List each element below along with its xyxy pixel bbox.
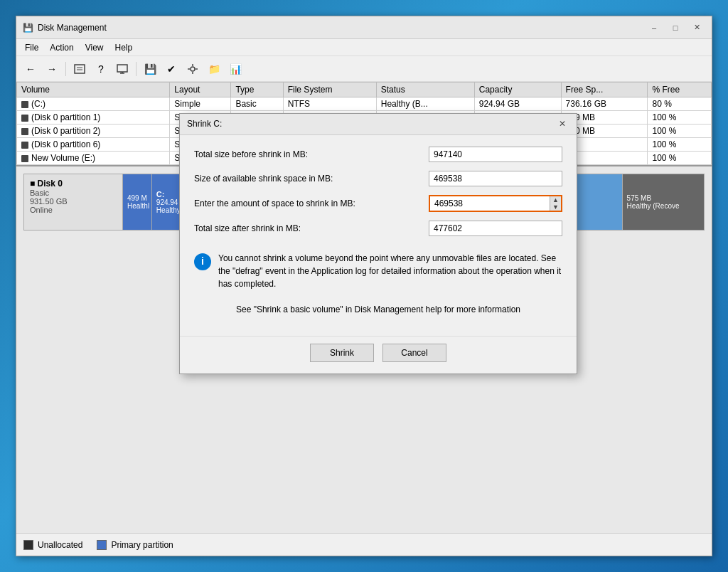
close-button[interactable]: ✕ (687, 21, 706, 35)
col-type[interactable]: Type (231, 83, 283, 97)
partition-recovery[interactable]: 575 MB Healthy (Recove (623, 174, 704, 230)
toolbar-separator-1 (65, 62, 66, 76)
legend-area: Unallocated Primary partition (16, 533, 712, 556)
disk-status: Online (30, 206, 117, 214)
legend-unallocated: Unallocated (23, 540, 82, 550)
svg-rect-3 (117, 65, 127, 72)
col-layout[interactable]: Layout (170, 83, 231, 97)
info-text: You cannot shrink a volume beyond the po… (218, 252, 562, 290)
table-row[interactable]: (C:) Simple Basic NTFS Healthy (B... 924… (17, 97, 712, 111)
col-filesystem[interactable]: File System (283, 83, 376, 97)
help-link[interactable]: See "Shrink a basic volume" in Disk Mana… (194, 300, 562, 324)
minimize-button[interactable]: – (645, 21, 663, 35)
field-row-2: Size of available shrink space in MB: 46… (194, 171, 562, 186)
shrink-button[interactable]: Shrink (310, 344, 374, 362)
settings-icon (187, 63, 198, 75)
legend-unallocated-box (23, 540, 33, 550)
legend-unallocated-label: Unallocated (38, 540, 82, 550)
col-pct[interactable]: % Free (648, 83, 712, 97)
dialog-close-button[interactable]: ✕ (555, 117, 569, 131)
title-bar: 💾 Disk Management – □ ✕ (16, 16, 712, 39)
info-icon: i (194, 253, 211, 270)
app-icon: 💾 (22, 22, 33, 33)
dialog-title-bar: Shrink C: ✕ (180, 114, 577, 135)
field-label-2: Size of available shrink space in MB: (194, 174, 429, 184)
info-box: i You cannot shrink a volume beyond the … (194, 245, 562, 300)
svg-rect-0 (75, 65, 85, 73)
dialog-body: Total size before shrink in MB: 947140 S… (180, 135, 577, 336)
svg-point-6 (191, 67, 195, 71)
col-status[interactable]: Status (376, 83, 474, 97)
shrink-amount-input[interactable] (430, 196, 550, 211)
field-label-3: Enter the amount of space to shrink in M… (194, 198, 429, 208)
col-volume[interactable]: Volume (17, 83, 170, 97)
title-bar-controls: – □ ✕ (645, 21, 706, 35)
shrink-amount-spinner[interactable]: ▲ ▼ (429, 195, 562, 212)
legend-primary: Primary partition (97, 540, 173, 550)
forward-button[interactable]: → (42, 60, 62, 78)
field-row-3: Enter the amount of space to shrink in M… (194, 195, 562, 212)
field-label-4: Total size after shrink in MB: (194, 223, 429, 233)
cancel-button[interactable]: Cancel (382, 344, 446, 362)
menu-help[interactable]: Help (109, 41, 139, 54)
maximize-button[interactable]: □ (666, 21, 685, 35)
field-label-1: Total size before shrink in MB: (194, 149, 429, 159)
legend-primary-label: Primary partition (111, 540, 173, 550)
toolbar-properties-button[interactable] (70, 60, 90, 78)
toolbar-chart-button[interactable]: 📊 (225, 60, 245, 78)
menu-bar: File Action View Help (16, 39, 712, 56)
dialog-footer: Shrink Cancel (180, 336, 577, 374)
spinner-buttons: ▲ ▼ (550, 196, 561, 211)
shrink-dialog: Shrink C: ✕ Total size before shrink in … (179, 113, 577, 374)
toolbar-disk-button[interactable]: 💾 (140, 60, 160, 78)
partition-1[interactable]: 499 M Healthl (123, 174, 152, 230)
spinner-down-button[interactable]: ▼ (550, 203, 561, 211)
disk-type: Basic (30, 189, 117, 197)
legend-primary-box (97, 540, 107, 550)
toolbar: ← → ? 💾 ✔ (16, 56, 712, 82)
disk-name: ■ Disk 0 (30, 179, 117, 189)
menu-file[interactable]: File (19, 41, 44, 54)
toolbar-separator-2 (136, 62, 136, 76)
field-row-4: Total size after shrink in MB: 477602 (194, 221, 562, 236)
toolbar-check-button[interactable]: ✔ (161, 60, 181, 78)
dialog-title-text: Shrink C: (187, 119, 222, 129)
toolbar-settings-button[interactable] (183, 60, 203, 78)
back-button[interactable]: ← (21, 60, 41, 78)
toolbar-help-button[interactable]: ? (91, 60, 111, 78)
disk-label: ■ Disk 0 Basic 931.50 GB Online (23, 174, 123, 231)
disk-size: 931.50 GB (30, 197, 117, 206)
menu-action[interactable]: Action (44, 41, 79, 54)
display-icon (117, 63, 128, 75)
toolbar-folder-button[interactable]: 📁 (204, 60, 224, 78)
menu-view[interactable]: View (80, 41, 109, 54)
properties-icon (74, 63, 85, 75)
spinner-up-button[interactable]: ▲ (550, 196, 561, 203)
field-value-2: 469538 (429, 171, 562, 186)
col-capacity[interactable]: Capacity (474, 83, 561, 97)
window-title: Disk Management (38, 23, 645, 33)
field-value-1: 947140 (429, 147, 562, 162)
field-row-1: Total size before shrink in MB: 947140 (194, 147, 562, 162)
toolbar-display-button[interactable] (112, 60, 132, 78)
field-value-4: 477602 (429, 221, 562, 236)
col-free[interactable]: Free Sp... (561, 83, 648, 97)
